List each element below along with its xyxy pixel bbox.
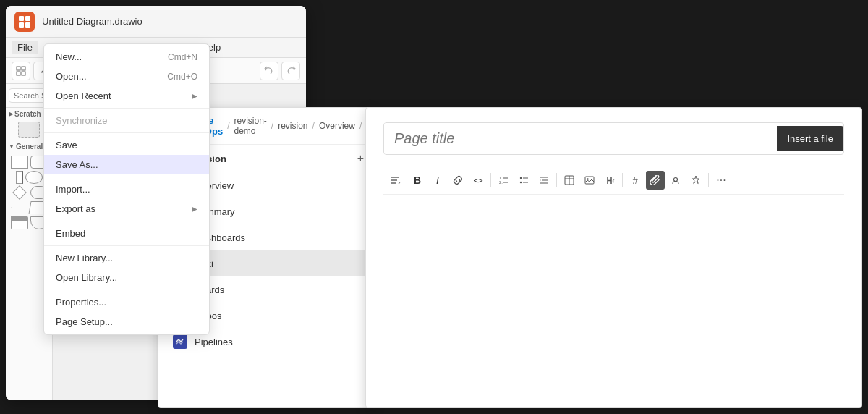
menu-export[interactable]: Export as ▶ bbox=[44, 199, 209, 219]
wiki-editor-panel: Insert a file B I <> 1.2. bbox=[365, 107, 862, 408]
shape-diamond[interactable] bbox=[12, 185, 27, 200]
title-bar: Untitled Diagram.drawio bbox=[6, 6, 306, 38]
ordered-list-btn[interactable]: 1.2. bbox=[494, 171, 513, 190]
menu-open-recent[interactable]: Open Recent ▶ bbox=[44, 86, 209, 106]
bold-btn[interactable]: B bbox=[408, 171, 427, 190]
menu-open[interactable]: Open... Cmd+O bbox=[44, 67, 209, 86]
shape-rect2[interactable] bbox=[16, 171, 23, 184]
svg-rect-5 bbox=[22, 67, 25, 70]
add-button[interactable]: + bbox=[357, 152, 364, 165]
separator-3 bbox=[44, 177, 209, 177]
heading-btn[interactable] bbox=[600, 171, 619, 190]
sep-4 bbox=[708, 173, 709, 187]
editor-toolbar: B I <> 1.2. bbox=[383, 166, 844, 195]
separator-1 bbox=[44, 108, 209, 109]
shape-folder[interactable] bbox=[11, 216, 28, 229]
revision-label: revision bbox=[190, 153, 352, 164]
shape-rect[interactable] bbox=[11, 156, 28, 169]
attachment-btn[interactable] bbox=[646, 171, 665, 190]
svg-point-32 bbox=[520, 182, 522, 183]
breadcrumb-revision-demo[interactable]: revision-demo bbox=[234, 116, 266, 136]
redo-button[interactable] bbox=[281, 62, 300, 80]
special-btn[interactable] bbox=[686, 171, 705, 190]
more-btn[interactable]: ··· bbox=[712, 171, 731, 190]
pipelines-icon bbox=[173, 334, 187, 349]
svg-rect-0 bbox=[19, 16, 24, 21]
menu-page-setup[interactable]: Page Setup... bbox=[44, 312, 209, 331]
svg-point-31 bbox=[520, 177, 522, 179]
separator-6 bbox=[44, 290, 209, 290]
image-btn[interactable] bbox=[580, 171, 599, 190]
wiki-editor: Insert a file B I <> 1.2. bbox=[366, 108, 861, 363]
link-btn[interactable] bbox=[448, 171, 467, 190]
grid-toggle[interactable] bbox=[12, 62, 30, 80]
sep-2 bbox=[556, 173, 557, 187]
code-btn[interactable]: <> bbox=[469, 171, 488, 190]
separator-2 bbox=[44, 132, 209, 133]
hashtag-btn[interactable]: # bbox=[626, 171, 644, 190]
menu-save[interactable]: Save bbox=[44, 135, 209, 155]
shape-hex[interactable] bbox=[12, 201, 27, 214]
svg-point-42 bbox=[587, 178, 588, 179]
menu-save-as[interactable]: Save As... bbox=[44, 155, 209, 174]
menu-open-library[interactable]: Open Library... bbox=[44, 268, 209, 287]
wiki-content[interactable] bbox=[383, 203, 844, 348]
file-dropdown-menu: New... Cmd+N Open... Cmd+O Open Recent ▶… bbox=[43, 43, 210, 335]
shape-circle[interactable] bbox=[25, 171, 43, 184]
svg-text:2.: 2. bbox=[499, 180, 503, 185]
svg-point-44 bbox=[674, 178, 678, 182]
wiki-title-area: Insert a file bbox=[383, 122, 844, 155]
menu-embed[interactable]: Embed bbox=[44, 224, 209, 243]
menu-properties[interactable]: Properties... bbox=[44, 292, 209, 312]
breadcrumb-revision[interactable]: revision bbox=[278, 121, 307, 131]
wiki-title-input[interactable] bbox=[384, 123, 777, 154]
svg-rect-7 bbox=[22, 72, 25, 75]
sep-3 bbox=[622, 173, 623, 187]
insert-file-button[interactable]: Insert a file bbox=[777, 126, 843, 151]
menu-import[interactable]: Import... bbox=[44, 179, 209, 199]
menu-new[interactable]: New... Cmd+N bbox=[44, 47, 209, 67]
mention-btn[interactable] bbox=[666, 171, 685, 190]
menu-file[interactable]: File bbox=[12, 41, 38, 54]
menu-synchronize: Synchronize bbox=[44, 111, 209, 130]
svg-rect-1 bbox=[25, 16, 30, 21]
table-btn[interactable] bbox=[560, 171, 579, 190]
nav-pipelines-label: Pipelines bbox=[195, 337, 233, 347]
app-icon bbox=[14, 12, 35, 32]
breadcrumb-overview[interactable]: Overview bbox=[319, 121, 355, 131]
window-title: Untitled Diagram.drawio bbox=[42, 16, 142, 27]
format-btn[interactable] bbox=[383, 171, 407, 190]
italic-btn[interactable]: I bbox=[428, 171, 447, 190]
separator-5 bbox=[44, 245, 209, 246]
indent-btn[interactable] bbox=[535, 171, 553, 190]
separator-4 bbox=[44, 221, 209, 221]
svg-rect-4 bbox=[17, 67, 20, 70]
svg-rect-3 bbox=[25, 22, 30, 28]
sep-1 bbox=[490, 173, 491, 187]
undo-button[interactable] bbox=[260, 62, 278, 80]
svg-rect-2 bbox=[19, 22, 24, 28]
unordered-list-btn[interactable] bbox=[514, 171, 533, 190]
svg-rect-6 bbox=[17, 72, 20, 75]
menu-new-library[interactable]: New Library... bbox=[44, 248, 209, 268]
